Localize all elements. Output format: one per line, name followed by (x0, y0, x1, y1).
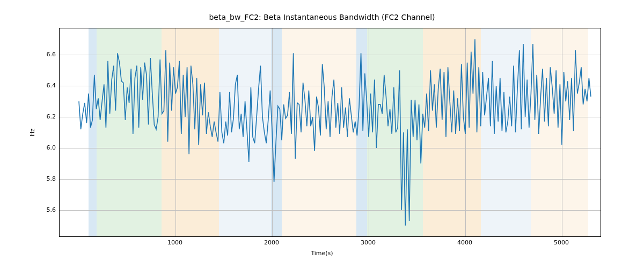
x-tick-label: 5000 (554, 239, 569, 246)
series-line (79, 39, 591, 225)
x-tick-label: 4000 (457, 239, 472, 246)
x-tick-label: 1000 (167, 239, 182, 246)
y-tick-label: 6.2 (34, 113, 56, 120)
x-tick-label: 2000 (264, 239, 279, 246)
x-axis-label: Time(s) (0, 250, 644, 257)
figure: beta_bw_FC2: Beta Instantaneous Bandwidt… (0, 0, 644, 268)
y-tick-label: 6.4 (34, 82, 56, 89)
chart-title: beta_bw_FC2: Beta Instantaneous Bandwidt… (0, 13, 644, 21)
x-tick-label: 3000 (361, 239, 376, 246)
plot-area (59, 28, 601, 237)
y-axis-label: Hz (29, 129, 36, 136)
y-tick-label: 5.6 (34, 206, 56, 213)
line-plot (60, 28, 601, 236)
y-tick-label: 5.8 (34, 175, 56, 182)
y-tick-label: 6.6 (34, 51, 56, 58)
y-tick-label: 6.0 (34, 144, 56, 151)
